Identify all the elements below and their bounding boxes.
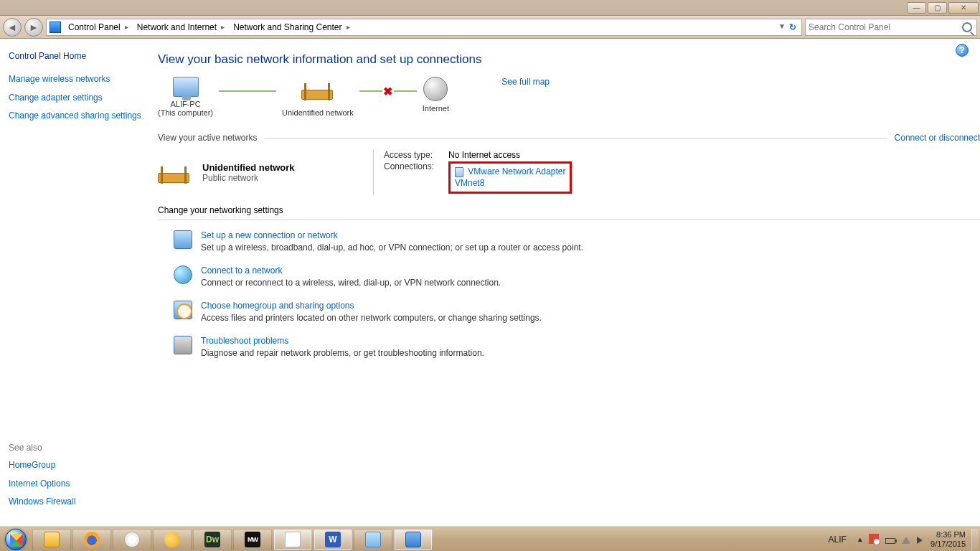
start-button[interactable]: [0, 528, 32, 551]
access-type-value: No Internet access: [448, 150, 520, 160]
task-title[interactable]: Choose homegroup and sharing options: [201, 301, 542, 311]
task-title[interactable]: Connect to a network: [201, 265, 501, 276]
map-node-sublabel: (This computer): [158, 108, 213, 117]
change-settings-section: Change your networking settings Set up a…: [158, 205, 980, 358]
task-row[interactable]: Troubleshoot problems Diagnose and repai…: [174, 336, 676, 358]
word-icon: W: [325, 532, 341, 547]
taskbar-clock[interactable]: 8:36 PM 9/17/2015: [925, 530, 971, 547]
sidebar-link[interactable]: Change adapter settings: [9, 93, 142, 104]
sidebar: Control Panel Home Manage wireless netwo…: [0, 39, 151, 527]
notepad-icon: [285, 531, 301, 547]
content-pane: ? View your basic network information an…: [151, 39, 980, 527]
task-row[interactable]: Connect to a network Connect or reconnec…: [174, 265, 676, 288]
see-also-link[interactable]: Windows Firewall: [9, 496, 142, 508]
access-type-label: Access type:: [384, 150, 448, 160]
sidebar-link[interactable]: Manage wireless networks: [9, 74, 142, 85]
taskbar-item-app[interactable]: [113, 529, 151, 550]
taskbar-item-game[interactable]: MW: [233, 529, 272, 550]
map-node-label: Unidentified network: [282, 108, 354, 117]
bench-icon: [301, 77, 334, 105]
minimize-button[interactable]: —: [907, 2, 926, 14]
breadcrumb-segment[interactable]: Control Panel: [64, 19, 133, 35]
active-network-type: Public network: [202, 173, 295, 183]
task-description: Diagnose and repair network problems, or…: [201, 348, 484, 358]
task-row[interactable]: Choose homegroup and sharing options Acc…: [174, 301, 676, 323]
system-tray: ALIF ▴ 8:36 PM 9/17/2015: [821, 529, 980, 550]
game-icon: MW: [245, 532, 260, 547]
taskbar-item-notepad[interactable]: [273, 529, 312, 550]
connection-link[interactable]: VMnet8: [455, 178, 484, 188]
connections-label: Connections:: [384, 161, 448, 194]
tray-expand-button[interactable]: ▴: [854, 534, 867, 544]
connect-disconnect-link[interactable]: Connect or disconnect: [895, 133, 980, 143]
active-networks-header: View your active networks Connect or dis…: [158, 133, 980, 143]
bench-icon: [158, 159, 194, 187]
map-connection-line: [219, 77, 276, 105]
refresh-button[interactable]: ↻: [786, 20, 800, 34]
troubleshoot-icon: [174, 336, 192, 354]
taskbar-item-weather[interactable]: [153, 529, 192, 550]
control-panel-icon: [405, 532, 421, 547]
clock-time: 8:36 PM: [930, 530, 966, 539]
task-description: Set up a wireless, broadband, dial-up, a…: [201, 242, 583, 253]
breadcrumb-segment[interactable]: Network and Internet: [133, 19, 229, 35]
map-node-this-pc: ALIF-PC (This computer): [158, 77, 213, 117]
page-title: View your basic network information and …: [158, 52, 980, 67]
homegroup-icon: [174, 301, 192, 319]
picture-icon: [365, 532, 381, 547]
taskbar-item-pictures[interactable]: [354, 529, 392, 550]
help-icon[interactable]: ?: [956, 44, 969, 57]
action-center-icon[interactable]: [869, 534, 879, 544]
taskbar-item-explorer[interactable]: [32, 529, 71, 550]
task-title[interactable]: Set up a new connection or network: [201, 230, 583, 240]
task-description: Access files and printers located on oth…: [201, 313, 542, 323]
taskbar-item-word[interactable]: W: [314, 529, 352, 550]
control-panel-home-link[interactable]: Control Panel Home: [9, 51, 142, 61]
highlighted-connection: VMware Network Adapter VMnet8: [448, 161, 572, 194]
see-also-link[interactable]: HomeGroup: [9, 460, 142, 471]
see-full-map-link[interactable]: See full map: [501, 77, 550, 87]
clock-date: 9/17/2015: [930, 540, 966, 548]
breadcrumb-dropdown[interactable]: ▼: [778, 22, 786, 30]
taskbar-item-control-panel[interactable]: [394, 529, 433, 550]
back-button[interactable]: ◄: [3, 18, 22, 37]
folder-icon: [44, 532, 60, 547]
window-titlebar: — ▢ ✕: [0, 0, 980, 16]
task-row[interactable]: Set up a new connection or network Set u…: [174, 230, 676, 253]
volume-icon[interactable]: [917, 537, 923, 544]
map-connection-broken: ✖: [359, 77, 417, 105]
app-icon: [124, 532, 140, 547]
tray-username: ALIF: [821, 534, 854, 545]
show-desktop-button[interactable]: [971, 529, 979, 550]
connection-link[interactable]: VMware Network Adapter: [468, 166, 565, 176]
control-panel-body: Control Panel Home Manage wireless netwo…: [0, 39, 980, 527]
map-node-internet: Internet: [423, 77, 449, 113]
map-node-label: Internet: [423, 104, 449, 113]
connect-network-icon: [174, 265, 192, 284]
address-bar: ◄ ► Control Panel Network and Internet N…: [0, 16, 980, 39]
search-input[interactable]: Search Control Panel: [805, 19, 977, 36]
see-also-link[interactable]: Internet Options: [9, 479, 142, 490]
breadcrumb[interactable]: Control Panel Network and Internet Netwo…: [46, 19, 802, 36]
search-icon: [962, 22, 972, 32]
forward-button[interactable]: ►: [24, 18, 43, 37]
maximize-button[interactable]: ▢: [928, 2, 947, 14]
taskbar-item-dreamweaver[interactable]: Dw: [193, 529, 232, 550]
computer-icon: [173, 77, 199, 97]
no-connection-icon: ✖: [383, 85, 392, 98]
firefox-icon: [84, 532, 100, 547]
taskbar-item-firefox[interactable]: [72, 529, 111, 550]
control-panel-icon: [50, 22, 61, 33]
close-button[interactable]: ✕: [948, 2, 979, 14]
windows-logo-icon: [5, 529, 27, 550]
sidebar-link[interactable]: Change advanced sharing settings: [9, 110, 142, 122]
battery-icon[interactable]: [885, 538, 895, 544]
breadcrumb-segment[interactable]: Network and Sharing Center: [229, 19, 354, 35]
active-networks-label: View your active networks: [158, 133, 258, 143]
see-also-label: See also: [9, 443, 142, 453]
globe-icon: [423, 77, 448, 101]
task-title[interactable]: Troubleshoot problems: [201, 336, 484, 346]
map-node-unidentified: Unidentified network: [282, 77, 354, 117]
network-icon[interactable]: [902, 537, 910, 544]
active-network-name: Unidentified network: [202, 162, 295, 173]
